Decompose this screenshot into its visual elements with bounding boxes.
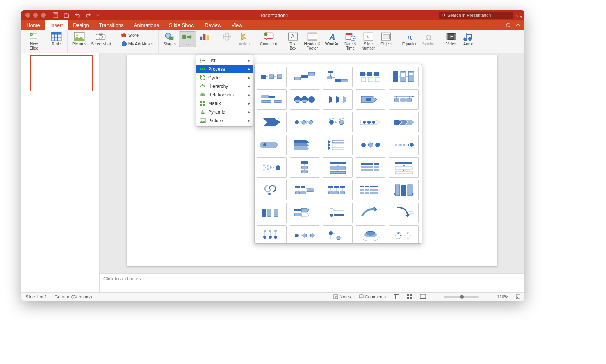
process-option-39[interactable]: [356, 225, 385, 244]
store-button[interactable]: Store: [118, 31, 156, 39]
process-option-19[interactable]: [356, 135, 385, 155]
zoom-level[interactable]: 110%: [497, 294, 508, 299]
process-option-15[interactable]: [389, 112, 419, 132]
process-option-30[interactable]: [389, 180, 419, 200]
pictures-button[interactable]: Pictures: [70, 31, 89, 47]
smartart-cycle[interactable]: Cycle▶: [196, 73, 253, 82]
fit-to-window-button[interactable]: [516, 294, 520, 299]
process-option-9[interactable]: [356, 89, 385, 110]
redo-icon[interactable]: [86, 12, 91, 18]
tab-transitions[interactable]: Transitions: [94, 20, 129, 30]
process-option-2[interactable]: [290, 67, 319, 87]
text-box-button[interactable]: A Text Box: [284, 31, 301, 51]
maximize-window-button[interactable]: [41, 13, 46, 18]
process-option-26[interactable]: [257, 180, 287, 200]
equation-button[interactable]: π Equation: [400, 31, 420, 47]
process-option-35[interactable]: [389, 203, 419, 223]
comments-toggle[interactable]: Comments: [359, 294, 386, 299]
my-addins-button[interactable]: My Add-ins: [118, 40, 156, 48]
tab-home[interactable]: Home: [21, 20, 45, 30]
minimize-window-button[interactable]: [33, 13, 38, 18]
smartart-button[interactable]: [179, 31, 196, 47]
process-option-5[interactable]: [389, 67, 419, 87]
shapes-button[interactable]: Shapes: [161, 31, 179, 47]
tab-slideshow[interactable]: Slide Show: [164, 20, 200, 30]
process-option-6[interactable]: [257, 89, 287, 110]
tab-insert[interactable]: Insert: [45, 20, 68, 30]
process-option-3[interactable]: [323, 67, 353, 87]
notes-toggle[interactable]: Notes: [333, 294, 351, 299]
zoom-out-button[interactable]: −: [433, 294, 436, 299]
tab-view[interactable]: View: [226, 20, 248, 30]
smartart-pyramid[interactable]: Pyramid▶: [196, 108, 253, 116]
smartart-relationship[interactable]: Relationship▶: [196, 91, 253, 99]
video-button[interactable]: Video: [443, 31, 460, 47]
process-option-16[interactable]: [257, 135, 287, 155]
tab-review[interactable]: Review: [200, 20, 226, 30]
process-option-36[interactable]: [257, 225, 287, 244]
notes-pane[interactable]: Click to add notes: [100, 273, 524, 292]
process-option-31[interactable]: [257, 203, 287, 223]
process-option-27[interactable]: [290, 180, 319, 200]
process-option-11[interactable]: [257, 112, 287, 132]
zoom-slider[interactable]: [444, 296, 479, 298]
process-option-34[interactable]: [356, 203, 385, 223]
reading-view-button[interactable]: [420, 294, 426, 299]
process-option-24[interactable]: [356, 157, 385, 178]
process-option-22[interactable]: [290, 157, 319, 178]
process-option-7[interactable]: [290, 89, 319, 110]
process-option-29[interactable]: [356, 180, 385, 200]
object-button[interactable]: Object: [378, 31, 395, 47]
search-presentation-box[interactable]: [439, 12, 513, 19]
process-option-17[interactable]: [290, 135, 319, 155]
process-option-32[interactable]: [290, 203, 319, 223]
smartart-list[interactable]: List▶: [196, 56, 253, 65]
process-option-1[interactable]: [257, 67, 287, 87]
wordart-button[interactable]: A WordArt: [323, 31, 342, 47]
comment-button[interactable]: + Comment: [258, 31, 279, 47]
table-button[interactable]: Table: [48, 31, 65, 47]
slide-thumbnail-1[interactable]: [30, 55, 93, 91]
save-icon[interactable]: [64, 12, 69, 18]
language-indicator[interactable]: German (Germany): [55, 294, 92, 299]
process-option-33[interactable]: [323, 203, 353, 223]
process-option-38[interactable]: [323, 225, 353, 244]
process-option-23[interactable]: [323, 157, 353, 178]
qat-customize-icon[interactable]: [96, 14, 100, 17]
smartart-picture[interactable]: Picture▶: [196, 116, 253, 125]
symbol-button[interactable]: Ω Symbol: [420, 31, 437, 47]
process-option-12[interactable]: [290, 112, 319, 132]
search-input[interactable]: [447, 13, 511, 18]
tab-animations[interactable]: Animations: [129, 20, 164, 30]
smartart-hierarchy[interactable]: Hierarchy▶: [196, 82, 253, 91]
process-option-10[interactable]: [389, 89, 419, 110]
process-option-13[interactable]: [323, 112, 353, 132]
chart-button[interactable]: [196, 31, 213, 46]
header-footer-button[interactable]: Header & Footer: [301, 31, 323, 51]
slide-number-button[interactable]: # Slide Number: [359, 31, 378, 51]
share-icon[interactable]: [516, 12, 522, 18]
audio-button[interactable]: Audio: [460, 31, 477, 47]
process-option-25[interactable]: [389, 157, 419, 178]
feedback-icon[interactable]: [506, 23, 511, 28]
process-option-8[interactable]: [323, 89, 353, 110]
normal-view-button[interactable]: [394, 294, 399, 299]
process-option-20[interactable]: )): [389, 135, 419, 155]
zoom-in-button[interactable]: +: [487, 294, 489, 299]
action-button[interactable]: Action: [235, 31, 253, 47]
process-option-4[interactable]: [356, 67, 385, 87]
smartart-matrix[interactable]: Matrix▶: [196, 99, 253, 108]
tab-design[interactable]: Design: [68, 20, 94, 30]
undo-icon[interactable]: [75, 12, 80, 18]
process-option-14[interactable]: [356, 112, 385, 132]
process-option-40[interactable]: [389, 225, 419, 244]
collapse-ribbon-icon[interactable]: [515, 23, 520, 28]
close-window-button[interactable]: [25, 13, 30, 18]
process-option-18[interactable]: [323, 135, 353, 155]
process-option-37[interactable]: +→: [290, 225, 319, 244]
new-slide-button[interactable]: + New Slide: [25, 31, 43, 51]
screenshot-button[interactable]: Screenshot: [89, 31, 113, 47]
process-option-28[interactable]: [323, 180, 353, 200]
autosave-icon[interactable]: [53, 12, 58, 18]
date-time-button[interactable]: Date & Time: [342, 31, 359, 51]
